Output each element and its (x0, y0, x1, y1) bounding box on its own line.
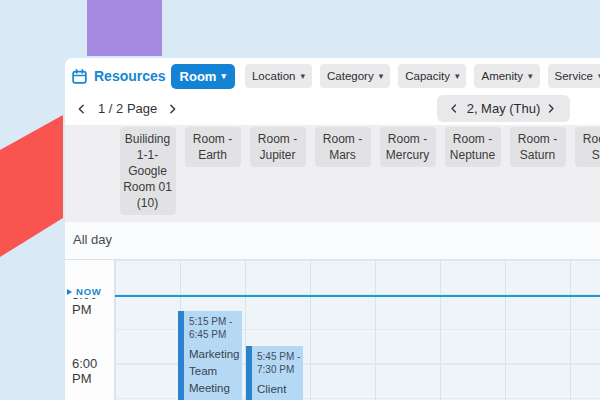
now-indicator: NOW (66, 285, 106, 298)
filter-capacity-label: Capacity (405, 70, 450, 82)
filter-location-dropdown[interactable]: Location ▾ (245, 64, 312, 88)
room-view-dropdown[interactable]: Room ▾ (171, 64, 235, 89)
caret-down-icon: ▾ (379, 71, 384, 81)
event-title: Client Meeting (257, 381, 301, 400)
toolbar: Resources Room ▾ Location ▾ Category ▾ C… (71, 62, 600, 90)
time-label-6pm: 6:00 PM (72, 356, 114, 386)
resource-header-0: Builiding 1-1- Google Room 01 (10) (120, 127, 176, 215)
navigation-row: 1 / 2 Page 2, May (Thu) (71, 95, 600, 122)
all-day-row[interactable]: All day (65, 222, 600, 259)
now-label: NOW (76, 286, 102, 297)
time-gutter: 5:00 PM 6:00 PM NOW (65, 260, 115, 400)
resource-header-1: Room - Earth (185, 127, 241, 167)
resources-panel: Resources Room ▾ Location ▾ Category ▾ C… (65, 58, 600, 400)
resource-header-row: Builiding 1-1- Google Room 01 (10) Room … (115, 127, 600, 215)
filter-service-label: Service (555, 70, 593, 82)
now-triangle-icon (67, 289, 72, 295)
red-decoration (0, 113, 65, 258)
page-navigator: 1 / 2 Page (75, 95, 180, 122)
resource-header-4: Room - Mercury (380, 127, 436, 167)
date-label: 2, May (Thu) (467, 101, 541, 116)
window-background: { "decor": { "purple": "#a68ae0", "red":… (0, 0, 600, 400)
date-navigator[interactable]: 2, May (Thu) (437, 95, 570, 122)
page-indicator: 1 / 2 Page (98, 101, 157, 116)
resource-header-6: Room - Saturn (510, 127, 566, 167)
next-day-button[interactable] (545, 101, 559, 117)
resource-header-7: Room - Sun (575, 127, 600, 167)
purple-decoration (87, 0, 162, 56)
filter-amenity-dropdown[interactable]: Amenity ▾ (474, 64, 539, 88)
filter-bar: Location ▾ Category ▾ Capacity ▾ Amenity… (245, 64, 600, 88)
filter-service-dropdown[interactable]: Service ▾ (548, 64, 600, 88)
caret-down-icon: ▾ (221, 71, 226, 81)
all-day-label: All day (73, 232, 112, 247)
prev-page-button[interactable] (75, 101, 89, 117)
filter-location-label: Location (252, 70, 295, 82)
event-time: 5:45 PM - 7:30 PM (257, 350, 301, 376)
panel-title: Resources (94, 68, 166, 84)
resource-header-3: Room - Mars (315, 127, 371, 167)
filter-capacity-dropdown[interactable]: Capacity ▾ (398, 64, 466, 88)
filter-category-label: Category (327, 70, 374, 82)
room-view-label: Room (180, 69, 217, 84)
calendar-icon (71, 68, 88, 85)
filter-category-dropdown[interactable]: Category ▾ (320, 64, 390, 88)
filter-amenity-label: Amenity (481, 70, 523, 82)
caret-down-icon: ▾ (455, 71, 460, 81)
caret-down-icon: ▾ (300, 71, 305, 81)
resource-header-5: Room - Neptune (445, 127, 501, 167)
resource-header-band: Builiding 1-1- Google Room 01 (10) Room … (65, 125, 600, 222)
event-marketing-team-meeting[interactable]: 5:15 PM - 6:45 PM Marketing Team Meeting (178, 311, 242, 400)
resource-header-2: Room - Jupiter (250, 127, 306, 167)
current-time-line (115, 295, 600, 297)
caret-down-icon: ▾ (528, 71, 533, 81)
event-time: 5:15 PM - 6:45 PM (189, 315, 240, 341)
event-title: Marketing Team Meeting (189, 346, 240, 397)
event-client-meeting[interactable]: 5:45 PM - 7:30 PM Client Meeting (246, 346, 303, 400)
prev-day-button[interactable] (448, 101, 462, 117)
next-page-button[interactable] (166, 101, 180, 117)
schedule-grid[interactable]: 5:00 PM 6:00 PM NOW 5:15 PM - 6:45 PM Ma… (65, 259, 600, 400)
